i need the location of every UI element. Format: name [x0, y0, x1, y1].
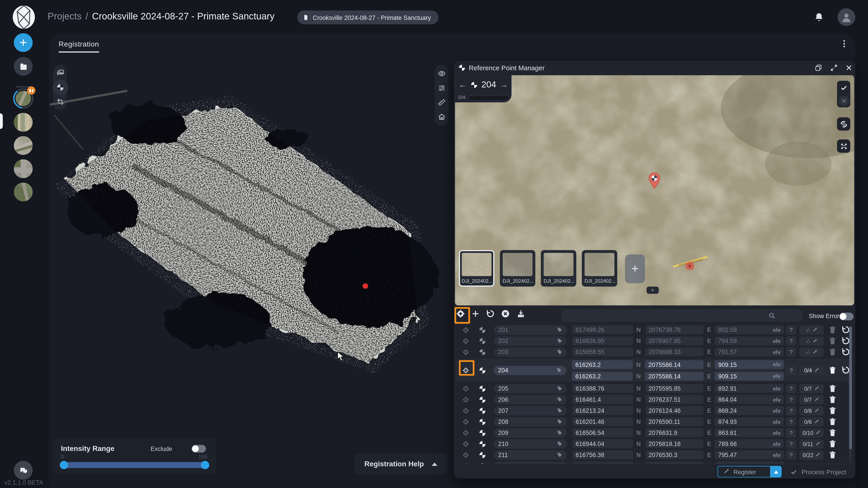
show-error-toggle[interactable] [839, 313, 854, 320]
northing-field[interactable]: 2076907.85 [645, 336, 704, 345]
add-point-icon[interactable] [471, 309, 480, 318]
unknown-status-button[interactable]: ? [786, 365, 796, 375]
northing-field[interactable]: 2076631.9 [645, 428, 704, 437]
elevation-field[interactable]: 864.04elv [715, 395, 784, 404]
northing-field[interactable]: 2076590.11 [645, 417, 704, 426]
reference-point-row[interactable]: 206 616461.4 N 2076237.51 E 864.04elv? 0… [456, 394, 850, 405]
crosshair-icon[interactable] [463, 429, 470, 436]
delete-point-icon[interactable] [828, 325, 837, 334]
registration-help-button[interactable]: Registration Help [354, 453, 447, 475]
point-id-field[interactable]: 204 [494, 365, 566, 375]
images-icon[interactable] [56, 69, 64, 77]
previous-point-arrow-icon[interactable]: ← [459, 81, 466, 89]
register-button[interactable]: Register [717, 466, 770, 477]
point-id-field[interactable]: 207 [494, 406, 567, 415]
point-id-field[interactable] [494, 461, 567, 464]
crosshair-icon[interactable] [463, 418, 470, 425]
northing-field[interactable]: 2076818.16 [645, 439, 704, 448]
reference-point-row[interactable]: 211 616756.38 N 2076530.3 E 795.47elv? 0… [456, 449, 850, 460]
tag-icon[interactable] [557, 441, 562, 447]
delete-point-icon[interactable] [828, 395, 837, 404]
chat-support-button[interactable] [14, 461, 33, 480]
sphere-type-cell[interactable] [476, 429, 489, 436]
capture-count-badge[interactable]: 0/6 [800, 417, 824, 426]
point-id-field[interactable]: 211 [494, 450, 567, 459]
tag-icon[interactable] [557, 367, 562, 373]
elevation-field[interactable]: 789.66elv [715, 439, 784, 448]
reference-point-row[interactable]: 202 616826.95 N 2076907.85 E 794.59elv? … [456, 335, 850, 346]
process-project-button[interactable]: Process Project [790, 466, 846, 477]
point-id-field[interactable]: 201 [494, 325, 567, 335]
reference-point-row[interactable]: 210 616944.04 N 2076818.16 E 789.66elv? … [456, 438, 850, 449]
locate-point-cell[interactable] [456, 396, 476, 403]
delete-point-icon[interactable] [828, 406, 837, 415]
photo-thumbnail-card[interactable]: DJI_202402... [500, 250, 535, 287]
auto-detect-button[interactable]: A [837, 117, 850, 131]
project-thumbnail[interactable] [14, 113, 33, 132]
tag-icon[interactable] [557, 397, 562, 402]
locate-point-cell[interactable] [456, 348, 476, 356]
point-id-field[interactable]: 205 [494, 384, 567, 393]
elevation-field[interactable]: 795.47elv [715, 450, 784, 459]
exclude-toggle[interactable] [191, 445, 206, 453]
reference-point-row[interactable]: 203 615858.55 N 2076688.33 E 791.57elv? … [456, 346, 850, 357]
add-project-button[interactable]: + [14, 33, 33, 52]
delete-point-icon[interactable] [828, 439, 837, 448]
tag-icon[interactable] [557, 430, 562, 435]
reference-point-row[interactable]: 201 617499.26 N 2076738.76 E 802.59elv? … [456, 324, 850, 335]
delete-point-icon[interactable] [828, 336, 837, 345]
elevation-field[interactable]: 874.93elv [715, 417, 784, 426]
reference-pin-marker[interactable] [648, 173, 661, 189]
delete-point-icon[interactable] [828, 428, 837, 437]
reference-point-row[interactable]: 208 616201.46 N 2076590.11 E 874.93elv? … [456, 416, 850, 427]
crosshair-icon[interactable] [463, 440, 470, 447]
clear-icon[interactable] [501, 309, 510, 318]
easting-field[interactable]: 616263.2 [572, 371, 633, 380]
easting-field[interactable]: 616461.4 [572, 395, 633, 404]
delete-point-icon[interactable] [828, 366, 837, 375]
tag-icon[interactable] [557, 349, 562, 355]
delete-point-icon[interactable] [828, 450, 837, 459]
elevation-field[interactable]: 909.15elv [715, 371, 784, 380]
app-logo[interactable] [12, 5, 35, 29]
unknown-status-button[interactable]: ? [786, 428, 796, 437]
sphere-type-cell[interactable] [476, 396, 489, 403]
photo-thumbnail-card[interactable]: DJI_202402... [541, 250, 577, 287]
breadcrumb-projects[interactable]: Projects [48, 11, 82, 22]
locate-point-cell[interactable] [456, 366, 476, 374]
capture-count-badge[interactable]: 0/11 [800, 439, 824, 449]
northing-field[interactable]: 2075586.14 [645, 371, 704, 380]
northing-field[interactable]: 2075595.85 [645, 384, 704, 393]
capture-count-badge[interactable]: 0/22 [800, 450, 824, 459]
easting-field[interactable]: 616213.24 [572, 406, 633, 415]
table-scrollbar[interactable] [849, 326, 852, 462]
add-photo-button[interactable]: + [625, 255, 645, 283]
close-window-icon[interactable] [845, 64, 852, 71]
delete-point-icon[interactable] [828, 417, 837, 426]
locate-point-cell[interactable] [456, 326, 476, 333]
northing-field[interactable]: 2076530.3 [645, 450, 704, 459]
easting-field[interactable]: 616201.46 [572, 417, 633, 426]
expand-window-icon[interactable] [830, 64, 837, 71]
easting-field[interactable]: 617499.26 [572, 325, 633, 334]
intensity-range-slider[interactable] [60, 461, 209, 468]
capture-count-badge[interactable]: -/- [800, 325, 824, 335]
elevation-field[interactable]: 863.61elv [715, 428, 784, 437]
easting-field[interactable]: 616944.04 [572, 439, 633, 448]
elevation-field[interactable]: 868.24elv [715, 406, 784, 415]
easting-field[interactable]: 616826.95 [572, 336, 633, 345]
crosshair-icon[interactable] [463, 337, 470, 345]
tag-icon[interactable] [557, 452, 562, 457]
unknown-status-button[interactable]: ? [786, 384, 796, 393]
fullscreen-photo-button[interactable] [837, 139, 850, 153]
project-thumbnail[interactable] [14, 136, 33, 155]
easting-field[interactable]: 616506.54 [572, 428, 633, 437]
pick-point-tool-icon[interactable] [456, 309, 465, 318]
undo-point-icon[interactable] [841, 336, 850, 345]
breadcrumb-current-project[interactable]: Crooksville 2024-08-27 - Primate Sanctua… [92, 11, 275, 22]
northing-field[interactable]: 2076124.46 [645, 406, 704, 415]
locate-point-cell[interactable] [456, 451, 476, 458]
slider-handle-max[interactable] [201, 461, 209, 469]
visibility-icon[interactable] [438, 70, 445, 77]
crosshair-icon[interactable] [463, 326, 470, 333]
